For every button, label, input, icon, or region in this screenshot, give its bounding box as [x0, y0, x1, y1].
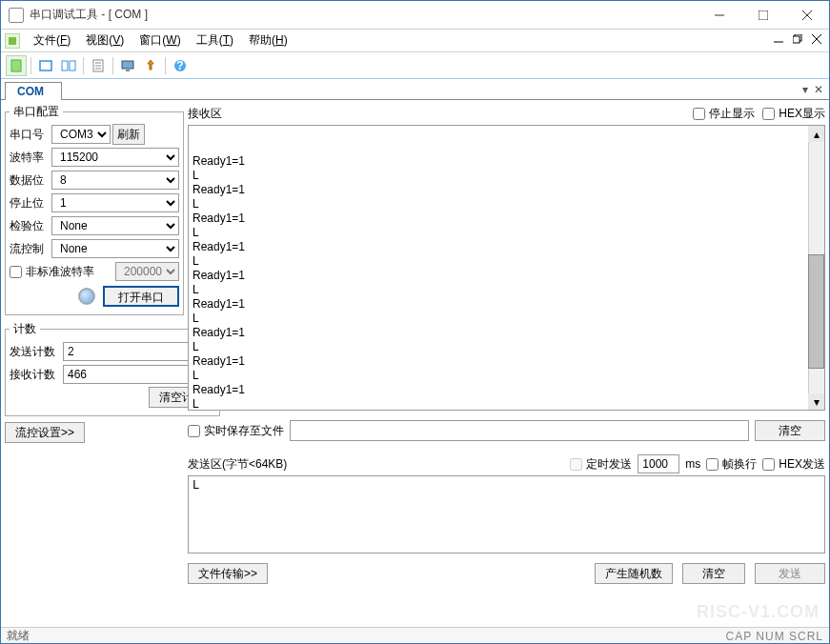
port-label: 串口号 — [10, 127, 51, 143]
titlebar: 串口调试工具 - [ COM ] — [1, 1, 829, 30]
hex-display-checkbox[interactable]: HEX显示 — [762, 106, 825, 122]
toolbar-single-pane-icon[interactable] — [35, 55, 56, 76]
svg-marker-19 — [148, 60, 153, 70]
status-text: 就绪 — [7, 628, 30, 644]
data-select[interactable]: 8 — [51, 171, 179, 190]
svg-rect-10 — [40, 61, 51, 70]
nonstd-baud-select: 200000 — [115, 262, 179, 281]
rx-scrollbar[interactable]: ▴ ▾ — [808, 126, 824, 410]
stop-select[interactable]: 1 — [51, 193, 179, 212]
menu-grip-icon — [5, 33, 20, 49]
stop-label: 停止位 — [10, 195, 51, 211]
serial-config-legend: 串口配置 — [10, 104, 63, 120]
menu-help[interactable]: 帮助(H) — [241, 30, 295, 50]
sent-count-label: 发送计数 — [10, 344, 63, 360]
send-button[interactable]: 发送 — [755, 563, 825, 584]
menubar: 文件(F) 视图(V) 窗口(W) 工具(T) 帮助(H) — [1, 30, 829, 52]
baud-select[interactable]: 115200 — [51, 148, 179, 167]
left-pane: 串口配置 串口号 COM3 刷新 波特率115200 数据位8 停止位1 检验位… — [5, 104, 184, 623]
toolbar-separator — [83, 57, 84, 74]
data-label: 数据位 — [10, 172, 51, 189]
status-indicators: CAP NUM SCRL — [726, 630, 823, 643]
app-icon — [9, 8, 24, 23]
svg-rect-18 — [126, 70, 130, 71]
close-button[interactable] — [785, 1, 829, 30]
status-led-icon — [78, 288, 95, 305]
rx-textarea[interactable]: Ready1=1 L Ready1=1 L Ready1=1 L Ready1=… — [188, 125, 825, 411]
baud-label: 波特率 — [10, 150, 51, 166]
tab-close-icon[interactable]: ✕ — [814, 83, 823, 96]
toolbar: ? — [1, 52, 829, 79]
menu-tools[interactable]: 工具(T) — [189, 30, 241, 50]
toolbar-help-icon[interactable]: ? — [170, 55, 191, 76]
scroll-up-icon[interactable]: ▴ — [808, 126, 824, 142]
flow-settings-button[interactable]: 流控设置>> — [5, 422, 85, 443]
toolbar-separator — [30, 57, 31, 74]
mdi-restore-button[interactable] — [789, 31, 806, 47]
svg-rect-17 — [122, 61, 133, 69]
menu-window[interactable]: 窗口(W) — [132, 30, 188, 50]
scroll-down-icon[interactable]: ▾ — [808, 393, 824, 410]
statusbar: 就绪 CAP NUM SCRL — [1, 627, 829, 644]
toolbar-separator — [112, 57, 113, 74]
save-to-file-checkbox[interactable]: 实时保存至文件 — [188, 423, 284, 439]
nonstd-baud-checkbox[interactable]: 非标准波特率 — [10, 264, 94, 280]
toolbar-new-icon[interactable] — [6, 55, 27, 76]
open-port-button[interactable]: 打开串口 — [103, 286, 179, 307]
svg-text:?: ? — [176, 59, 183, 72]
maximize-button[interactable] — [741, 1, 785, 30]
flow-label: 流控制 — [10, 241, 51, 257]
recv-count-label: 接收计数 — [10, 367, 63, 383]
window-title: 串口调试工具 - [ COM ] — [30, 7, 698, 23]
interval-field[interactable] — [638, 454, 679, 473]
menu-file[interactable]: 文件(F) — [26, 30, 78, 50]
scroll-thumb[interactable] — [808, 254, 824, 369]
svg-rect-1 — [759, 10, 768, 20]
menu-view[interactable]: 视图(V) — [78, 30, 132, 50]
tx-textarea[interactable] — [188, 475, 825, 553]
rx-area-title: 接收区 — [188, 106, 685, 122]
toolbar-monitor-icon[interactable] — [117, 55, 138, 76]
workspace: 串口配置 串口号 COM3 刷新 波特率115200 数据位8 停止位1 检验位… — [1, 100, 829, 627]
serial-config-group: 串口配置 串口号 COM3 刷新 波特率115200 数据位8 停止位1 检验位… — [5, 104, 184, 315]
hex-send-checkbox[interactable]: HEX发送 — [762, 456, 825, 473]
tab-com[interactable]: COM — [5, 82, 62, 100]
parity-label: 检验位 — [10, 218, 51, 234]
rx-clear-button[interactable]: 清空 — [755, 420, 825, 441]
window-controls — [698, 1, 829, 30]
parity-select[interactable]: None — [51, 216, 179, 235]
counter-legend: 计数 — [10, 321, 40, 337]
random-button[interactable]: 产生随机数 — [595, 563, 673, 584]
tx-area-title: 发送区(字节<64KB) — [188, 456, 287, 473]
toolbar-separator — [165, 57, 166, 74]
timed-send-checkbox[interactable]: 定时发送 — [570, 456, 632, 473]
port-select[interactable]: COM3 — [51, 125, 111, 144]
interval-unit: ms — [685, 457, 700, 471]
svg-rect-12 — [70, 61, 75, 70]
pause-display-checkbox[interactable]: 停止显示 — [693, 106, 755, 122]
tab-dropdown-icon[interactable]: ▾ — [802, 83, 808, 96]
mdi-close-button[interactable] — [808, 31, 825, 47]
toolbar-pin-icon[interactable] — [140, 55, 161, 76]
document-tabbar: COM ▾ ✕ — [1, 79, 829, 100]
save-path-field[interactable] — [290, 420, 749, 441]
svg-rect-6 — [793, 36, 800, 43]
svg-rect-9 — [11, 60, 21, 71]
file-transfer-button[interactable]: 文件传输>> — [188, 563, 268, 584]
toolbar-doc-icon[interactable] — [88, 55, 109, 76]
right-pane: 接收区 停止显示 HEX显示 Ready1=1 L Ready1=1 L Rea… — [188, 104, 825, 623]
tx-clear-button[interactable]: 清空 — [682, 563, 745, 584]
minimize-button[interactable] — [698, 1, 741, 30]
toolbar-split-pane-icon[interactable] — [58, 55, 79, 76]
mdi-minimize-button[interactable] — [770, 31, 787, 47]
frame-wrap-checkbox[interactable]: 帧换行 — [706, 456, 757, 473]
flow-select[interactable]: None — [51, 239, 179, 258]
svg-rect-11 — [62, 61, 68, 70]
refresh-button[interactable]: 刷新 — [112, 124, 145, 145]
